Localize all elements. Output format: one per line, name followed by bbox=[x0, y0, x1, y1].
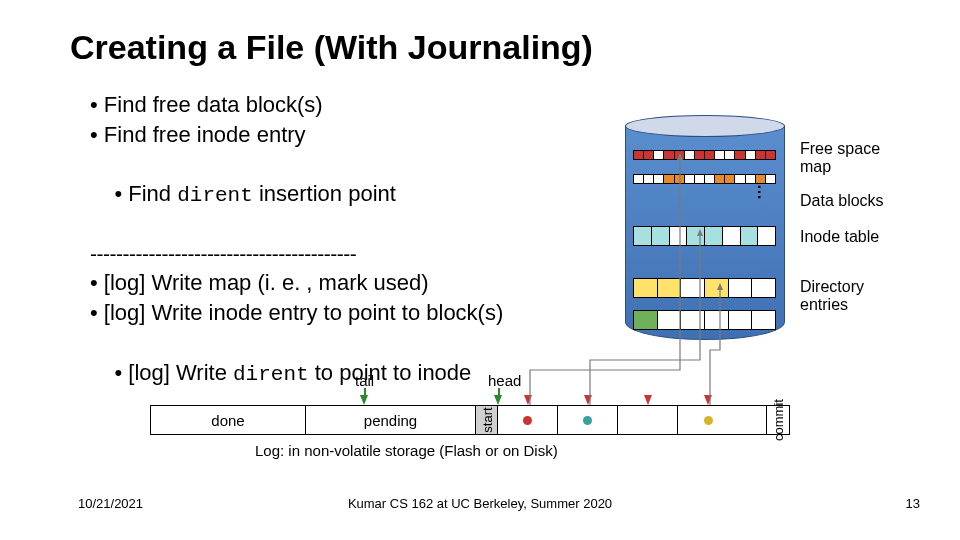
bullet-4: • [log] Write map (i. e. , mark used) bbox=[90, 268, 503, 298]
free-space-map-row bbox=[634, 150, 776, 160]
log-entry-map-dot bbox=[523, 416, 532, 425]
log-entry-inode-dot bbox=[583, 416, 592, 425]
log-caption: Log: in non-volatile storage (Flash or o… bbox=[255, 442, 558, 459]
directory-entries-row bbox=[634, 278, 776, 298]
log-entries bbox=[498, 406, 767, 434]
tail-label: tail bbox=[355, 372, 374, 389]
journal-log: done pending start commit bbox=[150, 405, 790, 435]
data-blocks-row bbox=[634, 174, 776, 184]
ellipsis-icon: … bbox=[754, 184, 772, 200]
footer-course: Kumar CS 162 at UC Berkeley, Summer 2020 bbox=[0, 496, 960, 511]
slide-title: Creating a File (With Journaling) bbox=[70, 28, 593, 67]
label-inode-table: Inode table bbox=[800, 228, 879, 246]
separator: ----------------------------------------… bbox=[90, 240, 503, 268]
label-data-blocks: Data blocks bbox=[800, 192, 884, 210]
log-done-region: done bbox=[151, 406, 306, 434]
label-free-space: Free space map bbox=[800, 140, 880, 175]
head-label: head bbox=[488, 372, 521, 389]
bullet-2: • Find free inode entry bbox=[90, 120, 503, 150]
inode-table-row bbox=[634, 226, 776, 246]
bullet-5: • [log] Write inode entry to point to bl… bbox=[90, 298, 503, 328]
bullet-1: • Find free data block(s) bbox=[90, 90, 503, 120]
bullet-3: • Find dirent insertion point bbox=[90, 149, 503, 240]
extra-row bbox=[634, 310, 776, 330]
log-start-marker: start bbox=[476, 406, 498, 434]
log-entry-dirent-dot bbox=[704, 416, 713, 425]
log-pending-region: pending bbox=[306, 406, 476, 434]
log-commit-marker: commit bbox=[767, 406, 789, 434]
label-directory: Directory entries bbox=[800, 278, 864, 313]
footer-page-number: 13 bbox=[906, 496, 920, 511]
bullet-list: • Find free data block(s) • Find free in… bbox=[90, 90, 503, 419]
